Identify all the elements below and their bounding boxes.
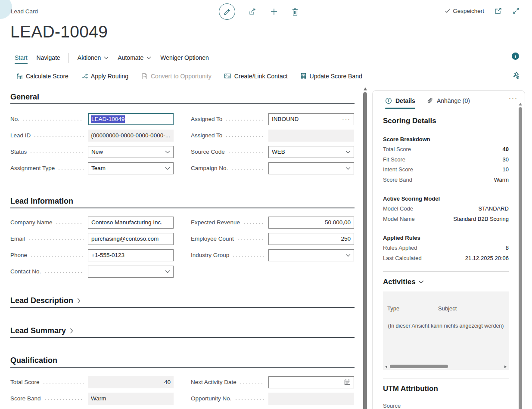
source-code-select[interactable]: WEB bbox=[268, 146, 354, 158]
new-button[interactable] bbox=[270, 7, 278, 16]
section-lead-summary[interactable]: Lead Summary bbox=[10, 326, 355, 338]
plus-icon bbox=[270, 7, 278, 16]
corner-decoration bbox=[0, 0, 12, 19]
menu-start[interactable]: Start bbox=[15, 52, 28, 64]
tab-details[interactable]: Details bbox=[385, 97, 415, 109]
assignment-type-select[interactable]: Team bbox=[88, 162, 174, 174]
activities-header[interactable]: Activities bbox=[383, 278, 509, 286]
convert-document-icon bbox=[141, 73, 148, 80]
tab-anhaenge[interactable]: Anhänge (0) bbox=[427, 97, 470, 109]
page-title: LEAD-10049 bbox=[10, 22, 108, 41]
chevron-down-icon bbox=[165, 150, 170, 154]
no-input[interactable]: LEAD-10049 bbox=[88, 113, 174, 125]
scrollbar-thumb[interactable] bbox=[519, 107, 522, 409]
email-input[interactable]: purchasing@contoso.com bbox=[88, 233, 174, 245]
breadcrumb[interactable]: Lead Card bbox=[11, 8, 38, 15]
scrollbar-thumb[interactable] bbox=[390, 365, 448, 368]
field-next-activity-date: Next Activity Date bbox=[191, 376, 354, 388]
expand-button[interactable] bbox=[512, 7, 520, 15]
scrollbar-thumb[interactable] bbox=[363, 92, 367, 409]
paperclip-icon bbox=[427, 97, 433, 104]
field-assigned-to: Assigned To INBOUND ··· bbox=[191, 113, 354, 125]
chevron-right-icon bbox=[70, 328, 73, 334]
menu-automate[interactable]: Automate bbox=[118, 52, 151, 64]
menu-aktionen[interactable]: Aktionen bbox=[78, 52, 109, 64]
contact-no-select[interactable] bbox=[88, 266, 174, 278]
action-bar: Calculate Score Apply Routing Convert to… bbox=[0, 67, 532, 85]
scroll-up-arrow[interactable] bbox=[364, 87, 367, 90]
company-name-input[interactable]: Contoso Manufacturing Inc. bbox=[88, 217, 174, 229]
update-score-band-button[interactable]: Update Score Band bbox=[300, 73, 362, 80]
empty-message: (In dieser Ansicht kann nichts angezeigt… bbox=[383, 323, 509, 329]
factbox-tabs: Details Anhänge (0) ··· bbox=[373, 91, 525, 110]
chevron-down-icon bbox=[345, 254, 351, 257]
assist-edit-icon[interactable]: ··· bbox=[342, 117, 351, 121]
delete-button[interactable] bbox=[291, 8, 299, 16]
routing-arrows-icon bbox=[81, 73, 88, 80]
field-company-name: Company Name Contoso Manufacturing Inc. bbox=[10, 216, 174, 229]
scoring-details-title: Scoring Details bbox=[383, 117, 509, 125]
applied-rules-group: Applied Rules Rules Applied8 Last Calcul… bbox=[383, 233, 509, 263]
factbox-panel: Details Anhänge (0) ··· Scoring Details … bbox=[372, 90, 525, 409]
campaign-no-select[interactable] bbox=[268, 162, 354, 174]
section-qualification: Qualification bbox=[10, 356, 355, 368]
kv-row: Total Score40 bbox=[383, 144, 509, 155]
field-campaign-no: Campaign No. bbox=[191, 162, 354, 174]
save-status: Gespeichert bbox=[445, 8, 484, 14]
column-subject[interactable]: Subject bbox=[438, 305, 457, 312]
horizontal-scrollbar[interactable] bbox=[384, 365, 507, 369]
check-icon bbox=[445, 8, 451, 14]
create-link-contact-button[interactable]: Create/Link Contact bbox=[224, 73, 288, 80]
scroll-up-arrow[interactable] bbox=[519, 103, 522, 105]
next-activity-date-input[interactable] bbox=[268, 376, 354, 388]
open-in-new-window-button[interactable] bbox=[494, 7, 502, 15]
more-options-icon[interactable]: ··· bbox=[509, 96, 518, 100]
chevron-down-icon bbox=[146, 56, 151, 59]
factbox-scrollbar[interactable] bbox=[519, 103, 522, 409]
active-scoring-model-group: Active Scoring Model Model CodeSTANDARD … bbox=[383, 194, 509, 224]
field-assigned-to-2: Assigned To bbox=[191, 129, 354, 142]
chevron-down-icon bbox=[165, 167, 170, 170]
info-icon bbox=[385, 97, 392, 104]
field-employee-count: Employee Count 250 bbox=[191, 232, 354, 245]
apply-routing-button[interactable]: Apply Routing bbox=[81, 73, 128, 80]
phone-input[interactable]: +1-555-0123 bbox=[88, 249, 174, 261]
share-button[interactable] bbox=[248, 7, 257, 16]
scroll-left-arrow[interactable] bbox=[385, 366, 387, 368]
menu-navigate[interactable]: Navigate bbox=[37, 52, 60, 64]
field-status: Status New bbox=[10, 146, 174, 158]
lead-id-input: {00000000-0000-0000-0000-... bbox=[88, 130, 174, 142]
menu-weniger-optionen[interactable]: Weniger Optionen bbox=[160, 52, 209, 64]
section-lead-description[interactable]: Lead Description bbox=[10, 296, 355, 308]
main-form: General No. LEAD-10049 Lead ID {00000000… bbox=[10, 92, 355, 409]
scroll-right-arrow[interactable] bbox=[504, 366, 507, 368]
divider bbox=[383, 271, 509, 272]
calculate-score-button[interactable]: Calculate Score bbox=[16, 73, 68, 80]
calculator-icon bbox=[300, 73, 307, 80]
chevron-down-icon bbox=[165, 270, 170, 273]
industry-group-select[interactable] bbox=[268, 249, 354, 261]
edit-button[interactable] bbox=[219, 3, 235, 20]
field-expected-revenue: Expected Revenue 50.000,00 bbox=[191, 216, 354, 229]
field-contact-no: Contact No. bbox=[10, 265, 174, 278]
section-lead-information: Lead Information bbox=[10, 197, 355, 208]
share-icon bbox=[248, 7, 257, 16]
activities-list: Type Subject (In dieser Ansicht kann nic… bbox=[383, 291, 509, 370]
column-type[interactable]: Type bbox=[387, 305, 438, 312]
pin-slash-icon bbox=[511, 71, 520, 80]
employee-count-input[interactable]: 250 bbox=[268, 233, 354, 245]
calendar-icon bbox=[344, 379, 351, 385]
status-select[interactable]: New bbox=[88, 146, 174, 158]
info-icon[interactable]: i bbox=[512, 53, 519, 60]
kv-row: Model CodeSTANDARD bbox=[383, 204, 509, 214]
main-scrollbar[interactable] bbox=[363, 86, 367, 409]
expected-revenue-input[interactable]: 50.000,00 bbox=[268, 217, 354, 229]
popout-icon bbox=[494, 7, 502, 15]
unpin-button[interactable] bbox=[511, 71, 520, 80]
assigned-to-input[interactable]: INBOUND ··· bbox=[268, 113, 354, 125]
utm-attribution-title: UTM Attribution bbox=[383, 384, 509, 393]
field-total-score: Total Score 40 bbox=[10, 376, 174, 388]
chevron-down-icon bbox=[345, 150, 351, 154]
score-band-input: Warm bbox=[88, 393, 174, 405]
kv-row: Model NameStandard B2B Scoring bbox=[383, 214, 509, 224]
